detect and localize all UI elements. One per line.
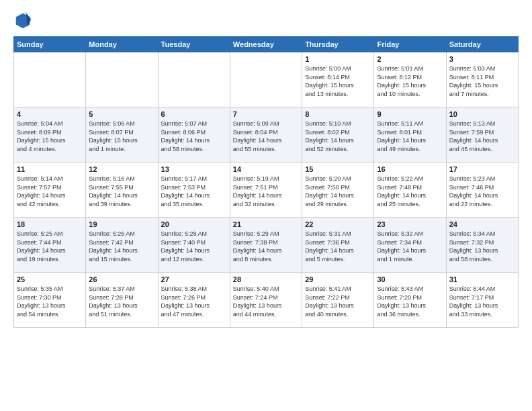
calendar-header-monday: Monday [86,37,158,52]
day-info: Sunrise: 5:04 AM Sunset: 8:09 PM Dayligh… [17,120,83,153]
day-number: 29 [305,275,371,283]
day-number: 6 [161,110,227,118]
calendar-cell-3-6: 16Sunrise: 5:22 AM Sunset: 7:48 PM Dayli… [374,163,446,218]
day-info: Sunrise: 5:25 AM Sunset: 7:44 PM Dayligh… [17,230,83,263]
day-number: 22 [305,220,371,228]
day-number: 19 [89,220,154,228]
calendar-week-1: 1Sunrise: 5:00 AM Sunset: 8:14 PM Daylig… [14,52,519,107]
calendar-cell-1-2 [86,52,158,107]
day-number: 16 [377,165,443,173]
calendar-header-friday: Friday [374,37,446,52]
day-number: 31 [449,275,515,283]
day-number: 11 [17,165,83,173]
calendar-cell-5-2: 26Sunrise: 5:37 AM Sunset: 7:28 PM Dayli… [86,273,158,328]
calendar-header-tuesday: Tuesday [158,37,230,52]
calendar-cell-1-6: 2Sunrise: 5:01 AM Sunset: 8:12 PM Daylig… [374,52,446,107]
calendar-table: SundayMondayTuesdayWednesdayThursdayFrid… [13,36,519,328]
calendar-cell-3-3: 13Sunrise: 5:17 AM Sunset: 7:53 PM Dayli… [158,163,230,218]
calendar-cell-3-2: 12Sunrise: 5:16 AM Sunset: 7:55 PM Dayli… [86,163,158,218]
calendar-cell-3-1: 11Sunrise: 5:14 AM Sunset: 7:57 PM Dayli… [14,163,86,218]
page: SundayMondayTuesdayWednesdayThursdayFrid… [0,0,532,411]
day-info: Sunrise: 5:09 AM Sunset: 8:04 PM Dayligh… [233,120,299,153]
header [13,11,519,30]
calendar-cell-3-5: 15Sunrise: 5:20 AM Sunset: 7:50 PM Dayli… [302,163,374,218]
calendar-cell-4-1: 18Sunrise: 5:25 AM Sunset: 7:44 PM Dayli… [14,218,86,273]
day-info: Sunrise: 5:06 AM Sunset: 8:07 PM Dayligh… [89,120,154,153]
calendar-header-row: SundayMondayTuesdayWednesdayThursdayFrid… [14,37,519,52]
day-number: 30 [377,275,443,283]
day-number: 7 [233,110,299,118]
calendar-cell-5-6: 30Sunrise: 5:43 AM Sunset: 7:20 PM Dayli… [374,273,446,328]
calendar-cell-5-7: 31Sunrise: 5:44 AM Sunset: 7:17 PM Dayli… [446,273,518,328]
day-number: 14 [233,165,299,173]
day-number: 27 [161,275,227,283]
day-number: 1 [305,55,371,63]
day-info: Sunrise: 5:37 AM Sunset: 7:28 PM Dayligh… [89,285,154,318]
day-info: Sunrise: 5:20 AM Sunset: 7:50 PM Dayligh… [305,175,371,208]
calendar-header-wednesday: Wednesday [230,37,302,52]
day-number: 10 [449,110,515,118]
calendar-cell-1-7: 3Sunrise: 5:03 AM Sunset: 8:11 PM Daylig… [446,52,518,107]
day-info: Sunrise: 5:23 AM Sunset: 7:46 PM Dayligh… [449,175,515,208]
calendar-cell-2-6: 9Sunrise: 5:11 AM Sunset: 8:01 PM Daylig… [374,107,446,163]
calendar-cell-2-7: 10Sunrise: 5:13 AM Sunset: 7:59 PM Dayli… [446,107,518,163]
day-number: 26 [89,275,154,283]
day-number: 23 [377,220,443,228]
day-number: 15 [305,165,371,173]
day-number: 17 [449,165,515,173]
calendar-cell-5-1: 25Sunrise: 5:35 AM Sunset: 7:30 PM Dayli… [14,273,86,328]
day-info: Sunrise: 5:44 AM Sunset: 7:17 PM Dayligh… [449,285,515,318]
calendar-cell-5-3: 27Sunrise: 5:38 AM Sunset: 7:26 PM Dayli… [158,273,230,328]
day-info: Sunrise: 5:22 AM Sunset: 7:48 PM Dayligh… [377,175,443,208]
calendar-cell-2-2: 5Sunrise: 5:06 AM Sunset: 8:07 PM Daylig… [86,107,158,163]
day-info: Sunrise: 5:31 AM Sunset: 7:36 PM Dayligh… [305,230,371,263]
calendar-week-5: 25Sunrise: 5:35 AM Sunset: 7:30 PM Dayli… [14,273,519,328]
day-info: Sunrise: 5:01 AM Sunset: 8:12 PM Dayligh… [377,64,443,98]
day-info: Sunrise: 5:13 AM Sunset: 7:59 PM Dayligh… [449,120,515,153]
calendar-header-saturday: Saturday [446,37,518,52]
calendar-cell-2-3: 6Sunrise: 5:07 AM Sunset: 8:06 PM Daylig… [158,107,230,163]
day-info: Sunrise: 5:17 AM Sunset: 7:53 PM Dayligh… [161,175,227,208]
calendar-cell-2-5: 8Sunrise: 5:10 AM Sunset: 8:02 PM Daylig… [302,107,374,163]
day-info: Sunrise: 5:40 AM Sunset: 7:24 PM Dayligh… [233,285,299,318]
day-info: Sunrise: 5:28 AM Sunset: 7:40 PM Dayligh… [161,230,227,263]
calendar-cell-4-6: 23Sunrise: 5:32 AM Sunset: 7:34 PM Dayli… [374,218,446,273]
day-info: Sunrise: 5:32 AM Sunset: 7:34 PM Dayligh… [377,230,443,263]
calendar-cell-4-7: 24Sunrise: 5:34 AM Sunset: 7:32 PM Dayli… [446,218,518,273]
calendar-header-sunday: Sunday [14,37,86,52]
day-number: 2 [377,55,443,63]
logo [13,11,35,30]
day-number: 25 [17,275,83,283]
day-number: 3 [449,55,515,63]
day-number: 21 [233,220,299,228]
calendar-cell-1-1 [14,52,86,107]
calendar-cell-2-1: 4Sunrise: 5:04 AM Sunset: 8:09 PM Daylig… [14,107,86,163]
day-info: Sunrise: 5:34 AM Sunset: 7:32 PM Dayligh… [449,230,515,263]
day-info: Sunrise: 5:38 AM Sunset: 7:26 PM Dayligh… [161,285,227,318]
calendar-header-thursday: Thursday [302,37,374,52]
calendar-cell-3-7: 17Sunrise: 5:23 AM Sunset: 7:46 PM Dayli… [446,163,518,218]
calendar-cell-4-3: 20Sunrise: 5:28 AM Sunset: 7:40 PM Dayli… [158,218,230,273]
calendar-cell-4-4: 21Sunrise: 5:29 AM Sunset: 7:38 PM Dayli… [230,218,302,273]
calendar-cell-1-5: 1Sunrise: 5:00 AM Sunset: 8:14 PM Daylig… [302,52,374,107]
calendar-cell-5-4: 28Sunrise: 5:40 AM Sunset: 7:24 PM Dayli… [230,273,302,328]
day-number: 28 [233,275,299,283]
day-info: Sunrise: 5:43 AM Sunset: 7:20 PM Dayligh… [377,285,443,318]
day-info: Sunrise: 5:10 AM Sunset: 8:02 PM Dayligh… [305,120,371,153]
logo-icon [13,11,32,30]
calendar-cell-4-2: 19Sunrise: 5:26 AM Sunset: 7:42 PM Dayli… [86,218,158,273]
day-info: Sunrise: 5:35 AM Sunset: 7:30 PM Dayligh… [17,285,83,318]
day-number: 9 [377,110,443,118]
day-info: Sunrise: 5:00 AM Sunset: 8:14 PM Dayligh… [305,64,371,98]
day-number: 8 [305,110,371,118]
day-info: Sunrise: 5:41 AM Sunset: 7:22 PM Dayligh… [305,285,371,318]
calendar-cell-2-4: 7Sunrise: 5:09 AM Sunset: 8:04 PM Daylig… [230,107,302,163]
calendar-cell-1-3 [158,52,230,107]
day-info: Sunrise: 5:29 AM Sunset: 7:38 PM Dayligh… [233,230,299,263]
day-info: Sunrise: 5:26 AM Sunset: 7:42 PM Dayligh… [89,230,154,263]
day-number: 18 [17,220,83,228]
day-number: 24 [449,220,515,228]
calendar-week-4: 18Sunrise: 5:25 AM Sunset: 7:44 PM Dayli… [14,218,519,273]
calendar-week-2: 4Sunrise: 5:04 AM Sunset: 8:09 PM Daylig… [14,107,519,163]
calendar-cell-4-5: 22Sunrise: 5:31 AM Sunset: 7:36 PM Dayli… [302,218,374,273]
